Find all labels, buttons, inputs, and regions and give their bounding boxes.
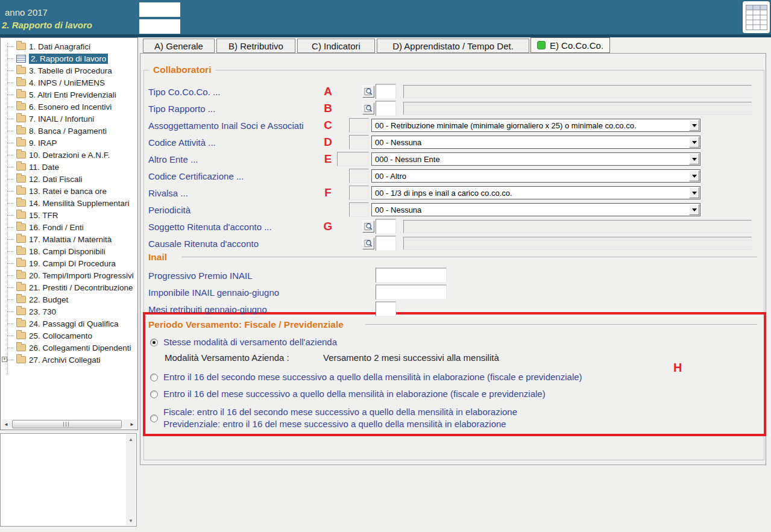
sidebar-item[interactable]: 1. Dati Anagrafici xyxy=(1,40,137,52)
field-label: Mesi retribuiti gennaio-giugno xyxy=(148,304,267,315)
annotation-letter: B xyxy=(319,102,337,115)
folder-icon xyxy=(16,199,26,207)
sidebar-item[interactable]: 22. Budget xyxy=(1,293,137,305)
sidebar-item[interactable]: 14. Mensilità Supplementari xyxy=(1,197,137,209)
notes-vertical-scrollbar[interactable]: ▲ ▼ xyxy=(126,434,136,525)
sidebar-item[interactable]: 11. Date xyxy=(1,161,137,173)
tab-cococo[interactable]: E) Co.Co.Co. xyxy=(530,37,610,53)
radio-button[interactable] xyxy=(150,415,158,422)
tab-apprendistato[interactable]: D) Apprendistato / Tempo Det. xyxy=(377,39,529,53)
folder-icon xyxy=(16,332,26,339)
code-input[interactable] xyxy=(376,219,396,234)
sidebar-item[interactable]: 3. Tabelle di Procedura xyxy=(1,64,137,77)
dropdown-select[interactable]: 00 - Nessuna xyxy=(371,136,700,149)
sidebar-item-label: 4. INPS / UniEMENS xyxy=(29,78,105,87)
field-label: Causale Ritenuta d'acconto xyxy=(148,239,259,249)
radio-button[interactable] xyxy=(150,374,158,381)
field-label: Rivalsa ... xyxy=(148,188,188,198)
folder-icon xyxy=(16,260,26,267)
sidebar-item-label: 27. Archivi Collegati xyxy=(29,355,101,365)
tab-label: D) Apprendistato / Tempo Det. xyxy=(392,41,514,51)
scroll-up-icon[interactable]: ▲ xyxy=(126,434,136,444)
sidebar-item[interactable]: 18. Campi Disponibili xyxy=(1,245,137,257)
radio-option[interactable]: Entro il 16 del mese successivo a quello… xyxy=(150,388,546,400)
tab-indicatori[interactable]: C) Indicatori xyxy=(297,39,375,53)
folder-icon xyxy=(16,151,26,158)
sidebar-item[interactable]: 26. Collegamenti Dipendenti xyxy=(1,342,137,354)
lookup-button[interactable] xyxy=(362,221,374,233)
sidebar-item[interactable]: 9. IRAP xyxy=(1,137,137,149)
dropdown-arrow-icon[interactable] xyxy=(689,171,699,181)
header-field-2[interactable] xyxy=(139,19,180,34)
dropdown-arrow-icon[interactable] xyxy=(689,154,699,164)
dropdown-arrow-icon[interactable] xyxy=(689,187,699,198)
dropdown-arrow-icon[interactable] xyxy=(689,137,699,148)
sidebar-item-label: 13. Ratei e banca ore xyxy=(29,187,107,196)
dropdown-select[interactable]: 000 - Nessun Ente xyxy=(371,152,700,166)
value-input[interactable] xyxy=(376,285,447,300)
sidebar-item[interactable]: 12. Dati Fiscali xyxy=(1,173,137,185)
sidebar-item[interactable]: 17. Malattia / Maternità xyxy=(1,233,137,245)
scrollbar-thumb[interactable] xyxy=(12,420,122,428)
field-label: Imponibile INAIL gennaio-giugno xyxy=(148,287,279,298)
form-row: Codice Certificazione ...00 - Altro xyxy=(140,167,766,184)
radio-button[interactable] xyxy=(150,339,158,346)
radio-option[interactable]: Fiscale: entro il 16 del secondo mese su… xyxy=(150,406,517,430)
sidebar-item[interactable]: 21. Prestiti / Decontribuzione xyxy=(1,281,137,293)
sidebar-item[interactable]: 13. Ratei e banca ore xyxy=(1,185,137,197)
notes-panel[interactable]: ▲ ▼ xyxy=(0,433,137,527)
triangle-down-icon xyxy=(692,124,697,127)
dropdown-value: 00 - Retribuzione minimale (minimale gio… xyxy=(375,121,637,130)
sidebar-item[interactable]: 6. Esonero ed Incentivi xyxy=(1,101,137,113)
lookup-button[interactable] xyxy=(362,237,374,249)
sidebar-item[interactable]: 25. Collocamento xyxy=(1,330,137,342)
sidebar-item[interactable]: 19. Campi Di Procedura xyxy=(1,257,137,269)
sidebar-item[interactable]: 2. Rapporto di lavoro xyxy=(1,52,137,64)
dropdown-select[interactable]: 00 - Altro xyxy=(371,169,700,183)
table-view-button[interactable] xyxy=(743,1,770,33)
sidebar-item[interactable]: 15. TFR xyxy=(1,209,137,221)
dropdown-select[interactable]: 00 - Retribuzione minimale (minimale gio… xyxy=(371,119,700,132)
dropdown-select[interactable]: 00 - Nessuna xyxy=(371,203,700,216)
radio-option[interactable]: Entro il 16 del secondo mese successivo … xyxy=(150,371,582,383)
folder-icon xyxy=(16,272,26,279)
scroll-left-icon[interactable]: ◄ xyxy=(1,419,11,429)
lookup-button[interactable] xyxy=(362,102,374,114)
lookup-button[interactable] xyxy=(362,86,374,98)
scroll-down-icon[interactable]: ▼ xyxy=(126,516,136,525)
table-grid-icon xyxy=(746,5,767,30)
sidebar-item[interactable]: 4. INPS / UniEMENS xyxy=(1,77,137,89)
value-input[interactable] xyxy=(376,302,396,317)
tree-horizontal-scrollbar[interactable]: ◄ ► xyxy=(1,419,137,429)
sidebar-item-label: 11. Date xyxy=(29,163,59,172)
code-input[interactable] xyxy=(376,84,396,99)
sidebar-item[interactable]: 20. Tempi/Importi Progressivi xyxy=(1,269,137,281)
sidebar-item[interactable]: 23. 730 xyxy=(1,305,137,318)
triangle-down-icon xyxy=(692,141,697,144)
dropdown-arrow-icon[interactable] xyxy=(689,204,699,215)
value-input[interactable] xyxy=(376,268,447,283)
sidebar-item-label: 10. Detrazioni e A.N.F. xyxy=(29,151,110,160)
dropdown-arrow-icon[interactable] xyxy=(689,120,699,131)
tab-retributivo[interactable]: B) Retributivo xyxy=(216,39,295,53)
radio-button[interactable] xyxy=(150,390,158,398)
sidebar-item[interactable]: 5. Altri Enti Previdenziali xyxy=(1,89,137,101)
code-box xyxy=(349,135,369,149)
radio-label: Stesse modalità di versamento dell'azien… xyxy=(163,336,337,348)
code-input[interactable] xyxy=(376,101,396,116)
scroll-right-icon[interactable]: ► xyxy=(127,419,137,429)
sidebar-item[interactable]: 7. INAIL / Infortuni xyxy=(1,113,137,125)
dropdown-select[interactable]: 00 - 1/3 di inps e inail a carico co.co.… xyxy=(371,186,700,199)
sidebar-item[interactable]: 8. Banca / Pagamenti xyxy=(1,125,137,137)
sidebar-item-label: 14. Mensilità Supplementari xyxy=(29,199,130,208)
sidebar-item-label: 25. Collocamento xyxy=(29,331,92,340)
radio-option[interactable]: Stesse modalità di versamento dell'azien… xyxy=(150,336,337,348)
sidebar-item[interactable]: 10. Detrazioni e A.N.F. xyxy=(1,149,137,161)
code-input[interactable] xyxy=(376,236,396,251)
header-field-1[interactable] xyxy=(139,2,180,17)
tab-generale[interactable]: A) Generale xyxy=(143,39,215,53)
expand-plus-icon[interactable]: + xyxy=(2,357,7,362)
sidebar-item[interactable]: 16. Fondi / Enti xyxy=(1,221,137,233)
sidebar-item[interactable]: +27. Archivi Collegati xyxy=(1,354,137,366)
sidebar-item[interactable]: 24. Passaggi di Qualifica xyxy=(1,318,137,330)
